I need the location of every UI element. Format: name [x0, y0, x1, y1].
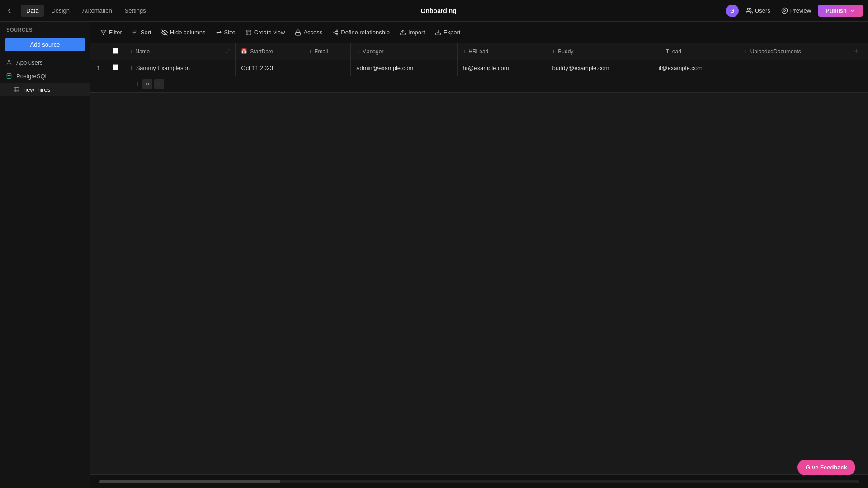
nav-tabs: Data Design Automation Settings [21, 5, 151, 17]
svg-line-22 [335, 33, 336, 33]
add-row-button[interactable]: + ✕ ↔ [130, 76, 863, 92]
tab-design[interactable]: Design [46, 5, 75, 17]
row-action-x[interactable]: ✕ [142, 79, 152, 89]
import-button[interactable]: Import [395, 27, 429, 38]
data-grid: T Name 📅 StartDate [90, 43, 868, 93]
th-buddy: T Buddy [547, 43, 653, 60]
postgresql-label: PostgreSQL [16, 73, 48, 80]
cell-name[interactable]: + Sammy Exampleson [124, 60, 236, 76]
cell-uploadeddocs[interactable] [739, 60, 844, 76]
col-type-icon-manager: T [356, 49, 359, 54]
add-row-checkbox-cell [107, 76, 124, 92]
create-view-button[interactable]: Create view [241, 27, 290, 38]
publish-button[interactable]: Publish [818, 5, 863, 17]
col-header-itlead: ITLead [665, 48, 681, 55]
expand-row-button[interactable]: + [130, 64, 133, 71]
users-button[interactable]: Users [742, 5, 774, 16]
svg-point-4 [7, 73, 11, 75]
access-button[interactable]: Access [290, 27, 327, 38]
add-column-button[interactable]: + [850, 47, 862, 56]
add-source-button[interactable]: Add source [5, 38, 85, 51]
bottom-bar [90, 474, 868, 488]
cell-hrlead-value: hr@example.com [463, 65, 509, 71]
sort-label: Sort [141, 29, 151, 36]
create-view-label: Create view [254, 29, 285, 36]
toolbar: Filter Sort Hide columns Size Create vie… [90, 22, 868, 43]
cell-email[interactable] [303, 60, 351, 76]
cell-startdate-value: Oct 11 2023 [241, 65, 273, 71]
svg-point-3 [8, 60, 10, 62]
select-all-checkbox[interactable] [113, 48, 118, 54]
svg-point-20 [333, 32, 335, 33]
import-label: Import [408, 29, 425, 36]
users-label: Users [755, 7, 770, 14]
avatar: G [726, 5, 739, 17]
col-type-icon-itlead: T [659, 49, 662, 54]
row-action-expand[interactable]: ↔ [154, 79, 164, 89]
table-icon [13, 86, 20, 93]
size-button[interactable]: Size [211, 27, 240, 38]
cell-manager[interactable]: admin@example.com [351, 60, 457, 76]
size-label: Size [224, 29, 236, 36]
row-checkbox-cell [107, 60, 124, 76]
col-header-uploadeddocs: UploadedDocuments [750, 48, 801, 55]
col-type-icon-uploadeddocs: T [745, 49, 748, 54]
row-checkbox[interactable] [113, 64, 118, 70]
svg-rect-6 [14, 87, 19, 92]
give-feedback-button[interactable]: Give Feedback [797, 460, 855, 475]
sidebar-item-new-hires[interactable]: new_hires [0, 83, 90, 96]
grid-wrapper[interactable]: T Name 📅 StartDate [90, 43, 868, 474]
col-header-manager: Manager [362, 48, 383, 55]
col-header-hrlead: HRLead [468, 48, 488, 55]
svg-line-26 [228, 49, 229, 51]
preview-button[interactable]: Preview [778, 5, 815, 16]
tab-settings[interactable]: Settings [119, 5, 151, 17]
col-header-startdate: StartDate [250, 48, 273, 55]
col-header-buddy: Buddy [558, 48, 573, 55]
access-label: Access [303, 29, 322, 36]
sidebar: Sources Add source App users PostgreSQL … [0, 22, 90, 488]
add-row-cell[interactable]: + ✕ ↔ [124, 76, 868, 92]
cell-itlead[interactable]: it@example.com [653, 60, 739, 76]
th-startdate: 📅 StartDate [236, 43, 303, 60]
th-add-column: + [844, 43, 868, 60]
back-button[interactable] [5, 7, 14, 15]
table-row: 1 + Sammy Exampleson O [90, 60, 868, 76]
tab-automation[interactable]: Automation [77, 5, 118, 17]
cell-hrlead[interactable]: hr@example.com [457, 60, 547, 76]
add-row: + ✕ ↔ [90, 76, 868, 92]
cell-buddy-value: buddy@example.com [552, 65, 609, 71]
cell-itlead-value: it@example.com [659, 65, 703, 71]
sidebar-item-postgresql[interactable]: PostgreSQL [0, 69, 90, 83]
hide-columns-label: Hide columns [170, 29, 206, 36]
th-manager: T Manager [351, 43, 457, 60]
th-itlead: T ITLead [653, 43, 739, 60]
svg-point-0 [747, 8, 750, 10]
export-label: Export [443, 29, 461, 36]
cell-buddy[interactable]: buddy@example.com [547, 60, 653, 76]
top-nav: Data Design Automation Settings Onboardi… [0, 0, 868, 22]
new-hires-label: new_hires [24, 86, 50, 93]
sidebar-item-app-users[interactable]: App users [0, 56, 90, 69]
svg-point-21 [336, 33, 338, 35]
hide-columns-button[interactable]: Hide columns [157, 27, 210, 38]
export-button[interactable]: Export [430, 27, 465, 38]
th-uploadeddocs: T UploadedDocuments [739, 43, 844, 60]
filter-label: Filter [109, 29, 122, 36]
th-hrlead: T HRLead [457, 43, 547, 60]
cell-startdate[interactable]: Oct 11 2023 [236, 60, 303, 76]
sort-button[interactable]: Sort [127, 27, 156, 38]
filter-button[interactable]: Filter [96, 27, 127, 38]
main-layout: Sources Add source App users PostgreSQL … [0, 22, 868, 488]
sources-header: Sources [0, 22, 90, 35]
th-email: T Email [303, 43, 351, 60]
tab-data[interactable]: Data [21, 5, 44, 17]
publish-label: Publish [826, 7, 847, 14]
svg-line-23 [335, 31, 336, 32]
scrollbar-track[interactable] [99, 480, 859, 483]
define-relationship-button[interactable]: Define relationship [328, 27, 394, 38]
svg-point-1 [782, 8, 788, 14]
th-checkbox [107, 43, 124, 60]
col-type-icon-startdate: 📅 [241, 48, 247, 54]
th-row-num [90, 43, 107, 60]
